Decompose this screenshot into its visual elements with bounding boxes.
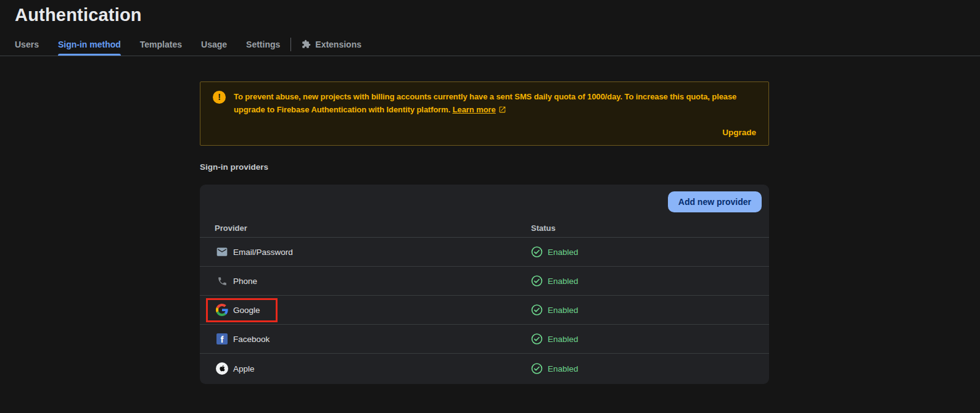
add-new-provider-button[interactable]: Add new provider [668,191,762,212]
provider-row-facebook[interactable]: f Facebook Enabled [200,325,769,354]
provider-status: Enabled [531,304,579,316]
provider-status: Enabled [531,275,579,287]
apple-icon [216,362,228,375]
tab-settings[interactable]: Settings [246,33,280,56]
table-header: Provider Status [200,218,769,238]
provider-row-phone[interactable]: Phone Enabled [200,267,769,296]
sign-in-providers-card: Add new provider Provider Status Email/P… [200,185,769,384]
provider-row-apple[interactable]: Apple Enabled [200,354,769,383]
tab-sign-in-method[interactable]: Sign-in method [58,33,121,56]
learn-more-label: Learn more [453,105,496,114]
warning-icon: ! [213,91,226,104]
card-toolbar: Add new provider [200,185,769,218]
provider-status: Enabled [531,333,579,345]
status-label: Enabled [548,248,579,257]
provider-name: Facebook [233,335,270,344]
external-link-icon [498,104,506,117]
status-label: Enabled [548,364,579,373]
facebook-icon: f [216,333,228,345]
phone-icon [216,275,228,287]
page-title: Authentication [15,5,980,25]
puzzle-icon [302,40,311,49]
provider-row-google[interactable]: Google Enabled [200,296,769,325]
sms-quota-banner: ! To prevent abuse, new projects with bi… [200,81,769,146]
tab-divider [290,38,291,51]
provider-status: Enabled [531,362,579,374]
provider-name: Apple [233,364,255,373]
column-header-status: Status [531,223,556,232]
provider-row-email-password[interactable]: Email/Password Enabled [200,238,769,267]
status-label: Enabled [548,277,579,286]
tab-bar: Users Sign-in method Templates Usage Set… [0,33,980,56]
tab-usage[interactable]: Usage [201,33,227,56]
status-label: Enabled [548,335,579,344]
tab-extensions[interactable]: Extensions [302,33,361,56]
google-icon [216,304,228,316]
learn-more-link[interactable]: Learn more [453,105,506,114]
tab-extensions-label: Extensions [315,40,361,49]
section-label: Sign-in providers [200,162,769,172]
status-label: Enabled [548,306,579,315]
provider-name: Phone [233,277,257,286]
main-content: ! To prevent abuse, new projects with bi… [200,81,769,384]
provider-name: Email/Password [233,248,293,257]
provider-name: Google [233,306,260,315]
email-icon [216,246,228,258]
tab-users[interactable]: Users [15,33,39,56]
upgrade-button[interactable]: Upgrade [722,128,756,137]
column-header-provider: Provider [215,223,247,232]
banner-message: To prevent abuse, new projects with bill… [234,90,753,117]
provider-status: Enabled [531,246,579,258]
tab-templates[interactable]: Templates [140,33,182,56]
